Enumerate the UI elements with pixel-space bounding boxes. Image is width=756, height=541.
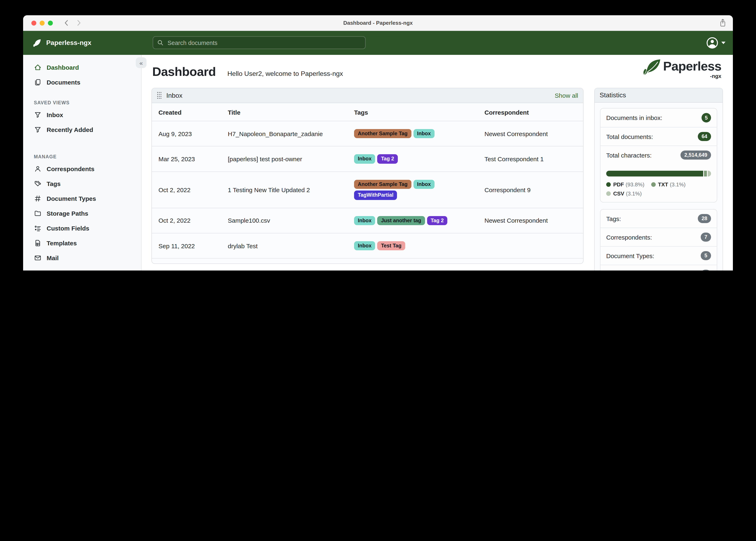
sidebar-item-tags[interactable]: Tags xyxy=(23,176,141,191)
widget-title: Inbox xyxy=(166,92,182,99)
tag-pill[interactable]: Test Tag xyxy=(377,241,405,251)
tag-pill[interactable]: TagWithPartial xyxy=(354,191,397,200)
count-row-storage-paths: Storage Paths:4 xyxy=(600,265,717,270)
page-header: Dashboard Hello User2, welcome to Paperl… xyxy=(152,65,723,79)
zoom-button[interactable] xyxy=(48,20,53,25)
show-all-link[interactable]: Show all xyxy=(555,92,578,99)
custom-fields-icon xyxy=(34,224,41,232)
column-header-title: Title xyxy=(224,103,350,121)
logo-leaf-icon xyxy=(641,58,663,77)
search-input[interactable] xyxy=(167,39,361,46)
minimize-button[interactable] xyxy=(40,20,45,25)
filetype-chart: PDF(93.8%)TXT(3.1%)CSV(3.1%) xyxy=(600,164,717,202)
sidebar-item-inbox[interactable]: Inbox xyxy=(23,107,141,122)
home-icon xyxy=(34,64,41,71)
column-header-created: Created xyxy=(152,103,224,121)
widget-header: InboxShow all xyxy=(152,88,583,103)
cell-tags: InboxTest Tag xyxy=(350,233,480,259)
table-row[interactable]: Oct 2, 2022Sample100.csvInboxJust anothe… xyxy=(152,208,583,233)
cell-correspondent: Newest Correspondent xyxy=(480,121,583,146)
close-button[interactable] xyxy=(31,20,36,25)
tag-pill[interactable]: Inbox xyxy=(354,155,375,164)
sidebar-item-mail[interactable]: Mail xyxy=(23,250,141,265)
sidebar-item-correspondents[interactable]: Correspondents xyxy=(23,161,141,176)
brand[interactable]: Paperless-ngx xyxy=(32,38,91,48)
legend-dot-icon xyxy=(606,191,611,196)
cell-tags: Another Sample TagInboxTagWithPartial xyxy=(350,172,480,208)
drag-handle-icon[interactable] xyxy=(157,92,162,99)
filetype-legend: PDF(93.8%)TXT(3.1%)CSV(3.1%) xyxy=(606,182,711,197)
statistics-card: Statistics Documents in inbox:5Total doc… xyxy=(594,88,723,270)
filetype-bar xyxy=(606,171,711,177)
statistics-header: Statistics xyxy=(595,88,723,103)
tag-pill[interactable]: Inbox xyxy=(354,216,375,225)
column-header-tags: Tags xyxy=(350,103,480,121)
tag-icon xyxy=(34,180,41,187)
sidebar-item-dashboard[interactable]: Dashboard xyxy=(23,60,141,75)
documents-table: CreatedTitleTagsCorrespondentAug 9, 2023… xyxy=(152,103,583,259)
table-row[interactable]: Aug 9, 2023H7_Napoleon_Bonaparte_zadanie… xyxy=(152,121,583,146)
table-body: Aug 9, 2023H7_Napoleon_Bonaparte_zadanie… xyxy=(152,121,583,259)
cell-correspondent: Newest Correspondent xyxy=(480,208,583,233)
cell-correspondent xyxy=(480,233,583,259)
table-row[interactable]: Mar 25, 2023[paperless] test post-ownerI… xyxy=(152,146,583,172)
logo-suffix: -ngx xyxy=(710,73,721,79)
bar-segment-csv xyxy=(708,171,711,177)
sidebar-collapse-button[interactable]: « xyxy=(136,57,146,68)
tag-pill[interactable]: Inbox xyxy=(354,241,375,251)
count-value-badge: 4 xyxy=(701,270,711,270)
forward-icon[interactable] xyxy=(77,20,81,26)
cell-created: Aug 9, 2023 xyxy=(152,121,224,146)
sidebar-item-document-types[interactable]: Document Types xyxy=(23,191,141,206)
user-avatar-icon xyxy=(706,37,718,49)
count-label: Correspondents: xyxy=(606,234,652,241)
legend-item-txt: TXT(3.1%) xyxy=(651,182,686,188)
sidebar-section-manage: MANAGECorrespondentsTagsDocument TypesSt… xyxy=(23,154,141,265)
sidebar-item-templates[interactable]: Templates xyxy=(23,236,141,250)
cell-tags: Another Sample TagInbox xyxy=(350,121,480,146)
tag-pill[interactable]: Inbox xyxy=(413,180,435,189)
column-header-correspondent: Correspondent xyxy=(480,103,583,121)
count-label: Tags: xyxy=(606,215,621,222)
tag-pill[interactable]: Another Sample Tag xyxy=(354,129,411,138)
stat-label: Documents in inbox: xyxy=(606,114,662,121)
sidebar-item-documents[interactable]: Documents xyxy=(23,75,141,90)
documents-icon xyxy=(34,78,41,86)
sidebar-section-label: SAVED VIEWS xyxy=(34,100,141,105)
statistics-title: Statistics xyxy=(600,92,626,99)
stat-value-badge: 2,514,649 xyxy=(681,151,711,160)
cell-title: [paperless] test post-owner xyxy=(224,146,350,172)
share-icon[interactable] xyxy=(719,19,726,29)
cell-created: Oct 2, 2022 xyxy=(152,208,224,233)
cell-created: Sep 11, 2022 xyxy=(152,233,224,259)
history-nav xyxy=(64,20,81,26)
tag-pill[interactable]: Just another tag xyxy=(377,216,425,225)
sidebar-item-label: Dashboard xyxy=(47,64,79,71)
widget-inbox: InboxShow allCreatedTitleTagsCorresponde… xyxy=(151,88,584,264)
table-row[interactable]: Sep 11, 2022drylab TestInboxTest Tag xyxy=(152,233,583,259)
tag-pill[interactable]: Another Sample Tag xyxy=(354,180,411,189)
welcome-message: Hello User2, welcome to Paperless-ngx xyxy=(227,70,343,78)
cell-created: Oct 2, 2022 xyxy=(152,172,224,208)
sidebar-item-storage-paths[interactable]: Storage Paths xyxy=(23,206,141,221)
brand-label: Paperless-ngx xyxy=(46,39,91,47)
count-row-document-types: Document Types:5 xyxy=(600,247,717,265)
sidebar-item-label: Correspondents xyxy=(47,165,95,172)
stat-row-total-characters: Total characters:2,514,649 xyxy=(600,146,717,164)
tag-pill[interactable]: Tag 2 xyxy=(377,155,398,164)
person-icon xyxy=(34,165,41,172)
count-row-correspondents: Correspondents:7 xyxy=(600,228,717,247)
user-menu[interactable] xyxy=(706,37,725,49)
tag-pill[interactable]: Tag 2 xyxy=(427,216,447,225)
sidebar-nav: DashboardDocumentsSAVED VIEWSInboxRecent… xyxy=(23,60,141,270)
desktop-background: Dashboard - Paperless-ngx Paperless-ngx xyxy=(0,0,756,270)
back-icon[interactable] xyxy=(64,20,68,26)
tag-pill[interactable]: Inbox xyxy=(413,129,435,138)
sidebar-section-saved-views: SAVED VIEWSInboxRecently Added xyxy=(23,100,141,137)
table-row[interactable]: Oct 2, 20221 Testing New Title Updated 2… xyxy=(152,172,583,208)
sidebar-item-recently-added[interactable]: Recently Added xyxy=(23,122,141,137)
sidebar-item-label: Storage Paths xyxy=(47,210,88,217)
sidebar-item-custom-fields[interactable]: Custom Fields xyxy=(23,221,141,236)
legend-percent: (3.1%) xyxy=(670,182,686,188)
search-bar xyxy=(153,36,366,49)
